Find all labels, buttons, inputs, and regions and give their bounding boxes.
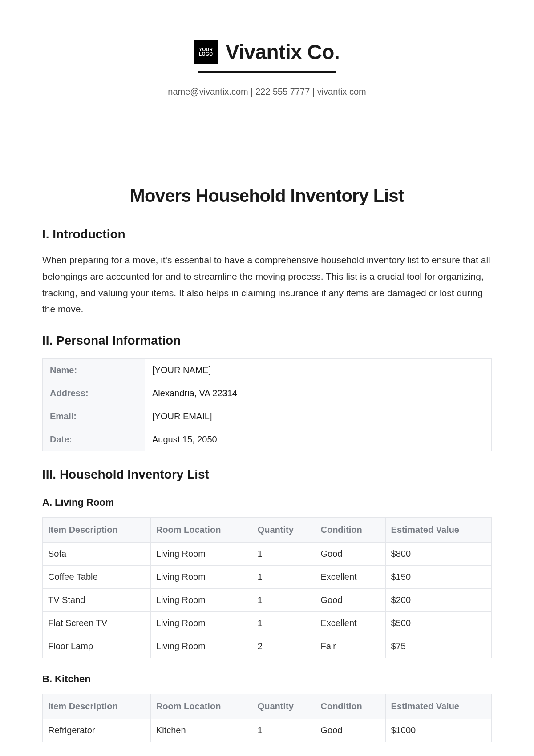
col-cond: Condition — [315, 518, 385, 543]
cell-qty: 1 — [252, 612, 315, 635]
table-header-row: Item Description Room Location Quantity … — [43, 694, 492, 719]
document-title: Movers Household Inventory List — [42, 186, 492, 206]
cell-val: $200 — [385, 589, 491, 612]
cell-val: $1000 — [385, 719, 491, 742]
name-value: [YOUR NAME] — [145, 359, 492, 382]
date-value: August 15, 2050 — [145, 428, 492, 451]
table-header-row: Item Description Room Location Quantity … — [43, 518, 492, 543]
table-row: Address: Alexandria, VA 22314 — [43, 382, 492, 405]
email-value: [YOUR EMAIL] — [145, 405, 492, 428]
cell-cond: Good — [315, 543, 385, 566]
cell-cond: Fair — [315, 635, 385, 658]
table-row: Coffee TableLiving Room1Excellent$150 — [43, 566, 492, 589]
table-row: Name: [YOUR NAME] — [43, 359, 492, 382]
col-qty: Quantity — [252, 518, 315, 543]
cell-item: Refrigerator — [43, 719, 151, 742]
col-item: Item Description — [43, 694, 151, 719]
cell-room: Living Room — [150, 543, 252, 566]
cell-room: Living Room — [150, 589, 252, 612]
table-row: Flat Screen TVLiving Room1Excellent$500 — [43, 612, 492, 635]
cell-qty: 1 — [252, 589, 315, 612]
cell-item: Sofa — [43, 543, 151, 566]
cell-qty: 1 — [252, 719, 315, 742]
cell-qty: 1 — [252, 543, 315, 566]
company-name: Vivantix Co. — [226, 40, 340, 64]
email-label: Email: — [43, 405, 145, 428]
cell-val: $800 — [385, 543, 491, 566]
subsection-kitchen: B. Kitchen — [42, 673, 492, 685]
cell-room: Kitchen — [150, 719, 252, 742]
date-label: Date: — [43, 428, 145, 451]
accent-underline — [198, 71, 336, 73]
col-cond: Condition — [315, 694, 385, 719]
cell-qty: 1 — [252, 566, 315, 589]
cell-val: $75 — [385, 635, 491, 658]
section-intro-heading: I. Introduction — [42, 227, 492, 241]
table-row: RefrigeratorKitchen1Good$1000 — [43, 719, 492, 742]
cell-cond: Good — [315, 589, 385, 612]
address-label: Address: — [43, 382, 145, 405]
cell-qty: 2 — [252, 635, 315, 658]
cell-val: $500 — [385, 612, 491, 635]
cell-val: $150 — [385, 566, 491, 589]
cell-cond: Excellent — [315, 566, 385, 589]
living-room-table: Item Description Room Location Quantity … — [42, 517, 492, 658]
logo-placeholder: YOUR LOGO — [194, 40, 218, 64]
letterhead: YOUR LOGO Vivantix Co. — [42, 40, 492, 72]
col-room: Room Location — [150, 518, 252, 543]
intro-paragraph: When preparing for a move, it's essentia… — [42, 252, 492, 318]
table-row: Email: [YOUR EMAIL] — [43, 405, 492, 428]
table-row: TV StandLiving Room1Good$200 — [43, 589, 492, 612]
table-row: Floor LampLiving Room2Fair$75 — [43, 635, 492, 658]
address-value: Alexandria, VA 22314 — [145, 382, 492, 405]
cell-room: Living Room — [150, 566, 252, 589]
logo-text-line2: LOGO — [199, 52, 213, 57]
col-val: Estimated Value — [385, 518, 491, 543]
personal-info-table: Name: [YOUR NAME] Address: Alexandria, V… — [42, 358, 492, 451]
col-val: Estimated Value — [385, 694, 491, 719]
section-inventory-heading: III. Household Inventory List — [42, 467, 492, 482]
cell-cond: Excellent — [315, 612, 385, 635]
cell-cond: Good — [315, 719, 385, 742]
col-room: Room Location — [150, 694, 252, 719]
cell-room: Living Room — [150, 612, 252, 635]
kitchen-table: Item Description Room Location Quantity … — [42, 694, 492, 742]
cell-item: Floor Lamp — [43, 635, 151, 658]
subsection-living-room: A. Living Room — [42, 497, 492, 508]
cell-item: Coffee Table — [43, 566, 151, 589]
col-item: Item Description — [43, 518, 151, 543]
cell-room: Living Room — [150, 635, 252, 658]
col-qty: Quantity — [252, 694, 315, 719]
contact-line: name@vivantix.com | 222 555 7777 | vivan… — [42, 87, 492, 97]
table-row: Date: August 15, 2050 — [43, 428, 492, 451]
header-divider — [42, 74, 492, 74]
table-row: SofaLiving Room1Good$800 — [43, 543, 492, 566]
cell-item: TV Stand — [43, 589, 151, 612]
document-page: YOUR LOGO Vivantix Co. name@vivantix.com… — [0, 0, 534, 742]
name-label: Name: — [43, 359, 145, 382]
section-personal-heading: II. Personal Information — [42, 334, 492, 348]
cell-item: Flat Screen TV — [43, 612, 151, 635]
